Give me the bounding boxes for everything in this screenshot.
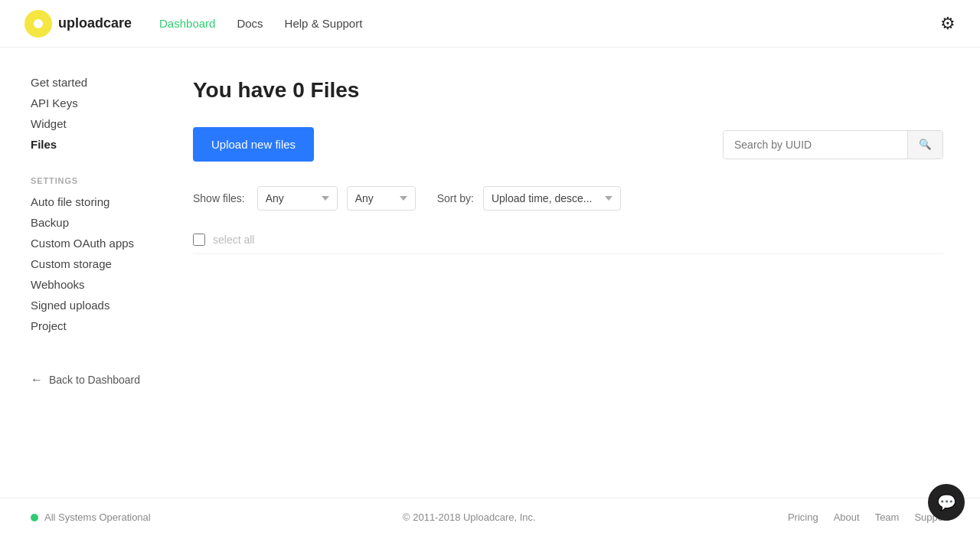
gear-icon[interactable]: ⚙ <box>940 14 956 33</box>
search-button[interactable]: 🔍 <box>907 131 942 159</box>
select-all-checkbox[interactable] <box>193 234 205 246</box>
logo-circle-icon <box>24 10 52 38</box>
search-icon: 🔍 <box>919 139 932 150</box>
show-files-label: Show files: <box>193 192 245 204</box>
nav-dashboard[interactable]: Dashboard <box>159 17 215 30</box>
chat-icon: 💬 <box>937 493 956 511</box>
status-text: All Systems Operational <box>44 511 151 523</box>
search-input[interactable] <box>724 131 907 159</box>
sidebar-item-api-keys[interactable]: API Keys <box>31 93 150 113</box>
select-all-row: select all <box>193 226 943 254</box>
status-dot-icon <box>31 514 38 521</box>
footer-link-about[interactable]: About <box>834 511 860 523</box>
sidebar-item-auto-file-storing[interactable]: Auto file storing <box>31 191 150 212</box>
sidebar-item-signed-uploads[interactable]: Signed uploads <box>31 295 150 315</box>
nav-docs[interactable]: Docs <box>237 17 263 30</box>
logo-area[interactable]: uploadcare <box>24 10 132 38</box>
settings-section-label: SETTINGS <box>31 176 150 185</box>
filter-kind-select[interactable]: Any Images Other <box>347 186 416 211</box>
footer-status: All Systems Operational <box>31 511 151 523</box>
select-all-label: select all <box>213 234 254 246</box>
logo-text: uploadcare <box>58 15 132 31</box>
search-area: 🔍 <box>723 130 943 159</box>
sort-select[interactable]: Upload time, desce... Upload time, asce.… <box>483 186 621 211</box>
toolbar: Upload new files 🔍 <box>193 127 943 162</box>
nav-help-support[interactable]: Help & Support <box>285 17 363 30</box>
sidebar-item-webhooks[interactable]: Webhooks <box>31 274 150 295</box>
sort-label: Sort by: <box>437 192 474 204</box>
sidebar-item-custom-storage[interactable]: Custom storage <box>31 253 150 274</box>
header: uploadcare Dashboard Docs Help & Support… <box>0 0 980 47</box>
footer-copyright: © 2011-2018 Uploadcare, Inc. <box>403 511 536 523</box>
page-title: You have 0 Files <box>193 78 943 103</box>
chat-bubble-button[interactable]: 💬 <box>928 484 965 521</box>
layout: Get started API Keys Widget Files SETTIN… <box>0 47 980 498</box>
sidebar-item-get-started[interactable]: Get started <box>31 72 150 93</box>
sidebar: Get started API Keys Widget Files SETTIN… <box>0 47 168 498</box>
back-arrow-icon: ← <box>31 373 43 387</box>
sidebar-item-backup[interactable]: Backup <box>31 212 150 233</box>
back-to-dashboard-link[interactable]: ← Back to Dashboard <box>31 373 150 387</box>
footer-link-pricing[interactable]: Pricing <box>788 511 818 523</box>
sidebar-item-custom-oauth-apps[interactable]: Custom OAuth apps <box>31 233 150 253</box>
footer: All Systems Operational © 2011-2018 Uplo… <box>0 498 980 536</box>
main-nav: Dashboard Docs Help & Support <box>159 17 362 30</box>
filters-row: Show files: Any Stored Not stored Any Im… <box>193 186 943 211</box>
back-label: Back to Dashboard <box>49 374 140 386</box>
main-content: You have 0 Files Upload new files 🔍 Show… <box>168 47 980 498</box>
footer-link-team[interactable]: Team <box>875 511 900 523</box>
logo-circle-inner <box>34 19 43 28</box>
header-right: ⚙ <box>940 14 956 34</box>
upload-new-files-button[interactable]: Upload new files <box>193 127 314 162</box>
footer-links: Pricing About Team Support <box>788 511 949 523</box>
sidebar-item-project[interactable]: Project <box>31 315 150 336</box>
sidebar-item-widget[interactable]: Widget <box>31 113 150 134</box>
sidebar-item-files[interactable]: Files <box>31 134 150 155</box>
filter-type-select[interactable]: Any Stored Not stored <box>257 186 338 211</box>
